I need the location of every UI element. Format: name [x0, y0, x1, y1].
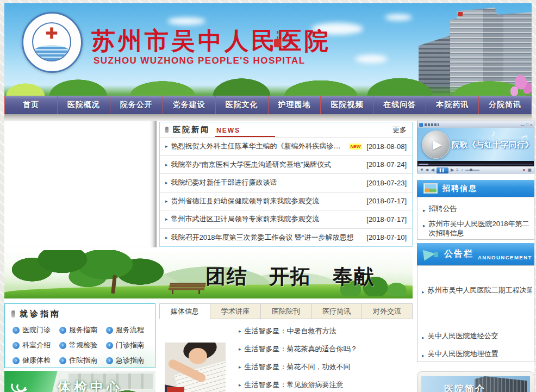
- hospital-intro-label: 医院简介: [444, 383, 485, 392]
- media-item[interactable]: ▸ 生活智多星：常见旅游病要注意: [239, 376, 413, 392]
- news-item[interactable]: ▸ 贵州省德江县妇幼保健院领导前来我院参观交流 [2018-07-17]: [160, 192, 412, 211]
- previous-icon[interactable]: ◀: [431, 167, 434, 173]
- checkup-logo-icon: [11, 377, 28, 392]
- recruitment-item[interactable]: ▸ 苏州市吴中人民医院2018年第二次招聘信息: [423, 219, 529, 238]
- video-caption: 院歌《与红十字同行》: [452, 140, 533, 150]
- media-item[interactable]: ▸ 生活智多星：菊花不同，功效不同: [239, 358, 413, 376]
- guide-item-departments[interactable]: ›科室介绍: [13, 340, 59, 350]
- main-nav: 首页 医院概况 院务公开 党务建设 医院文化 护理园地 医院视频 在线问答 本院…: [4, 96, 532, 114]
- guide-item-outpatient-guide[interactable]: ›门诊指南: [106, 340, 153, 350]
- dropdown-icon[interactable]: ▼: [420, 167, 424, 173]
- circle-arrow-icon: ›: [13, 327, 20, 334]
- news-item[interactable]: ▸ 我院召开2018年度第三次党委工作会议 暨“进一步解放思想 [2018-07…: [160, 229, 412, 247]
- tab-medical-briefs[interactable]: 医疗简讯: [311, 303, 362, 319]
- tab-hospital-journal[interactable]: 医院院刊: [261, 303, 311, 319]
- guide-item-outpatient[interactable]: ›医院门诊: [13, 325, 59, 335]
- announcement-title: 公告栏: [444, 248, 473, 260]
- seek-bar[interactable]: [417, 161, 534, 166]
- recruitment-header: 招聘信息: [417, 180, 534, 197]
- settings-icon[interactable]: ▣: [527, 167, 532, 173]
- nav-item-culture[interactable]: 医院文化: [216, 96, 269, 114]
- section-bullet-icon: [11, 310, 15, 318]
- new-badge: NEW: [349, 144, 363, 150]
- nav-item-nursing[interactable]: 护理园地: [269, 96, 321, 114]
- news-item[interactable]: ▸ 常州市武进区卫计局领导专家前来我院参观交流 [2018-07-17]: [160, 210, 412, 229]
- news-more-link[interactable]: 更多: [392, 125, 407, 135]
- nav-item-overview[interactable]: 医院概况: [58, 96, 110, 114]
- checkup-center-banner[interactable]: 体检中心: [4, 371, 155, 392]
- news-item[interactable]: ▸ 我院举办“南京医科大学医患沟通研究基地”揭牌仪式 [2018-07-24]: [160, 156, 412, 175]
- volume-icon[interactable]: ♪: [461, 167, 463, 173]
- flowers-decoration: [488, 66, 532, 96]
- news-item-date: [2018-08-08]: [362, 142, 407, 151]
- hospital-intro-card[interactable]: 医院简介: [417, 371, 534, 392]
- nav-item-pharmacy[interactable]: 本院药讯: [426, 96, 479, 114]
- arrow-bullet-icon: ▸: [239, 328, 241, 334]
- record-icon[interactable]: ●: [523, 167, 526, 173]
- announcement-item[interactable]: ▸ 苏州市吴中人民医院二期工程决策事: [422, 285, 532, 297]
- guide-item-label: 医院门诊: [22, 325, 51, 335]
- site-title: 苏州市吴中人民医院: [91, 25, 331, 57]
- guide-item-label: 服务流程: [116, 325, 144, 335]
- circle-arrow-icon: ›: [13, 357, 20, 364]
- minimize-icon[interactable]: —: [521, 122, 525, 127]
- nav-item-qa[interactable]: 在线问答: [373, 96, 426, 114]
- circle-arrow-icon: ›: [59, 327, 66, 334]
- recruitment-item[interactable]: ▸ 招聘公告: [423, 204, 529, 215]
- announcement-item-text: 吴中人民医院地理位置: [428, 349, 498, 360]
- nav-item-home[interactable]: 首页: [5, 96, 58, 114]
- nav-item-branch[interactable]: 分院简讯: [479, 96, 532, 114]
- guide-item-emergency-guide[interactable]: ›急诊指南: [106, 356, 153, 365]
- news-item[interactable]: ▸ 热烈祝贺大外科主任陈革华主编的《新编外科疾病诊断与治 NEW [2018-0…: [160, 138, 412, 156]
- guide-item-inpatient-guide[interactable]: ›住院指南: [59, 356, 106, 365]
- announcement-item[interactable]: ▸ 吴中人民医院地理位置: [422, 349, 532, 360]
- video-player: — □ × ♪ ♫ ▶ 院歌《与红十字同行》 ▼ ■ ◀: [417, 121, 534, 173]
- recruitment-title: 招聘信息: [442, 184, 477, 194]
- news-item[interactable]: ▸ 我院纪委对新任干部进行廉政谈话 [2018-07-23]: [160, 174, 412, 192]
- media-item-text: 生活智多星：菊花不同，功效不同: [245, 362, 351, 372]
- arrow-bullet-icon: ▸: [423, 206, 426, 215]
- recruitment-item-text: 苏州市吴中人民医院2018年第二次招聘信息: [429, 219, 529, 238]
- close-icon[interactable]: ×: [530, 122, 532, 127]
- tab-media-info[interactable]: 媒体信息: [159, 303, 210, 319]
- guide-item-label: 常规检验: [69, 340, 97, 350]
- arrow-bullet-icon: ▸: [165, 216, 168, 222]
- nav-item-party[interactable]: 党务建设: [163, 96, 216, 114]
- next-icon[interactable]: ▶: [451, 167, 454, 173]
- arrow-bullet-icon: ▸: [165, 235, 168, 240]
- media-item-list: ▸ 生活智多星：中暑自救有方法 ▸ 生活智多星：菊花茶真的适合你吗？ ▸ 生活智…: [239, 319, 413, 392]
- guide-item-service-guide[interactable]: ›服务指南: [59, 325, 106, 335]
- checkup-center-label: 体检中心: [58, 378, 123, 392]
- pause-button[interactable]: ▌▌: [437, 167, 448, 173]
- logo-emblem: ✚: [32, 22, 71, 61]
- maximize-icon[interactable]: □: [526, 122, 528, 127]
- media-item-text: 生活智多星：中暑自救有方法: [245, 326, 336, 336]
- nav-item-affairs[interactable]: 院务公开: [110, 96, 163, 114]
- tab-external-exchange[interactable]: 对外交流: [362, 303, 413, 319]
- media-tabs: 媒体信息 学术讲座 医院院刊 医疗简讯 对外交流: [159, 303, 413, 319]
- arrow-bullet-icon: ▸: [422, 288, 425, 297]
- arrow-bullet-icon: ▸: [422, 351, 425, 360]
- player-screen: ♪ ♫ ▶ 院歌《与红十字同行》: [417, 128, 534, 161]
- guide-item-service-flow[interactable]: ›服务流程: [106, 325, 153, 335]
- media-item[interactable]: ▸ 生活智多星：菊花茶真的适合你吗？: [239, 340, 413, 358]
- stop-icon[interactable]: ■: [426, 167, 429, 173]
- cloud-decoration: [167, 17, 205, 25]
- tab-academic-lectures[interactable]: 学术讲座: [210, 303, 261, 319]
- window-controls: — □ ×: [521, 122, 532, 127]
- guide-item-routine-tests[interactable]: ›常规检验: [59, 340, 106, 350]
- arrow-bullet-icon: ▸: [239, 346, 241, 352]
- play-button[interactable]: ▶: [422, 130, 450, 159]
- cloud-decoration: [355, 55, 388, 63]
- calligraphy-seal: [274, 39, 281, 47]
- playlist-icon[interactable]: ≡: [456, 167, 459, 173]
- news-subtitle: NEWS: [215, 126, 275, 137]
- announcement-item[interactable]: ▸ 吴中人民医院途经公交: [422, 331, 532, 343]
- player-title-text: [425, 123, 439, 126]
- volume-slider[interactable]: [465, 170, 479, 171]
- media-item[interactable]: ▸ 生活智多星：中暑自救有方法: [239, 322, 413, 340]
- guide-item-health-checkup[interactable]: ›健康体检: [13, 356, 59, 365]
- media-photo[interactable]: [165, 343, 226, 392]
- news-item-text: 常州市武进区卫计局领导专家前来我院参观交流: [171, 214, 320, 224]
- nav-item-video[interactable]: 医院视频: [321, 96, 373, 114]
